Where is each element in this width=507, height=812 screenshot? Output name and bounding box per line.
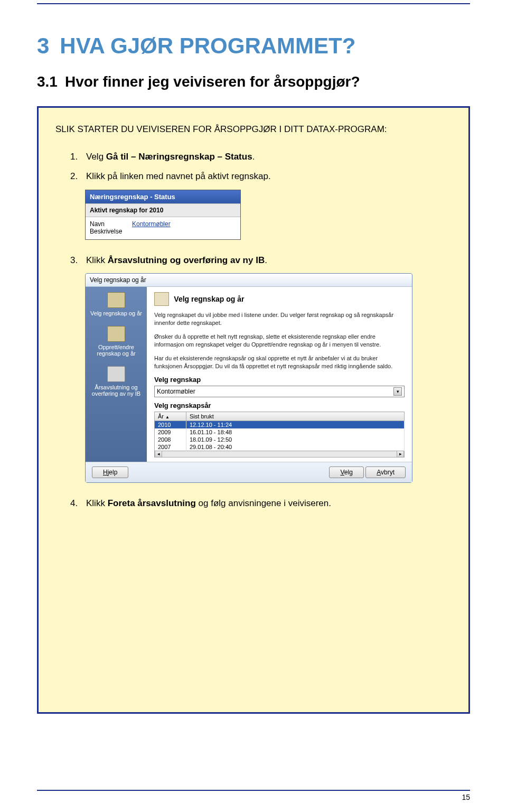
step-number: 4. (70, 497, 86, 510)
step-text: Klikk Foreta årsavslutning og følg anvis… (86, 497, 452, 510)
dialog-para-2: Ønsker du å opprette et helt nytt regnsk… (154, 333, 405, 349)
folder-open-icon (107, 292, 125, 308)
panel-subtitle: Aktivt regnskap for 2010 (86, 203, 240, 217)
screenshot-status-panel: Næringsregnskap - Status Aktivt regnskap… (85, 190, 241, 240)
chapter-text: HVA GJØR PROGRAMMET? (60, 33, 355, 58)
dropdown-regnskap[interactable]: Kontormøbler ▾ (154, 386, 405, 397)
page-footer: 15 (37, 790, 470, 801)
sidebar-item-velg[interactable]: Velg regnskap og år (89, 292, 144, 316)
table-row[interactable]: 200818.01.09 - 12:50 (155, 436, 405, 443)
step-text: Velg Gå til – Næringsregnskap – Status. (86, 150, 452, 164)
screenshot-dialog: Velg regnskap og år Velg regnskap og år … (85, 273, 412, 483)
velg-button[interactable]: Velg (329, 466, 363, 478)
step-text: Klikk på linken med navnet på aktivt reg… (86, 170, 452, 183)
help-button[interactable]: Hjelp (92, 466, 128, 478)
dialog-button-bar: Hjelp Velg Avbryt (86, 462, 412, 482)
document-icon (107, 366, 125, 382)
dialog-heading: Velg regnskap og år (174, 295, 244, 303)
dialog-main: Velg regnskap og år Velg regnskapet du v… (147, 287, 412, 462)
step-number: 2. (70, 170, 86, 183)
dialog-para-1: Velg regnskapet du vil jobbe med i liste… (154, 311, 405, 328)
header-rule (37, 3, 470, 4)
label-beskrivelse: Beskrivelse (90, 228, 132, 235)
step-text: Klikk Årsavslutning og overføring av ny … (86, 254, 452, 267)
instruction-intro: SLIK STARTER DU VEIVISEREN FOR ÅRSOPPGJØ… (55, 123, 452, 136)
section-title: 3.1Hvor finner jeg veiviseren for årsopp… (37, 73, 470, 90)
sidebar-item-opprett[interactable]: Opprett/endre regnskap og år (89, 326, 144, 357)
dialog-para-3: Har du et eksisterende regnskapsår og sk… (154, 354, 405, 371)
table-row[interactable]: 200729.01.08 - 20:40 (155, 443, 405, 451)
chevron-down-icon: ▾ (393, 387, 402, 396)
step-number: 3. (70, 254, 86, 267)
col-sist-brukt[interactable]: Sist brukt (186, 412, 405, 421)
section-text: Hvor finner jeg veiviseren for årsoppgjø… (65, 73, 360, 90)
table-row[interactable]: 200916.01.10 - 18:48 (155, 428, 405, 436)
step-number: 1. (70, 150, 86, 164)
wizard-icon (154, 292, 169, 306)
step-4: 4. Klikk Foreta årsavslutning og følg an… (55, 497, 452, 510)
step-2: 2. Klikk på linken med navnet på aktivt … (55, 170, 452, 183)
col-ar[interactable]: År ▲ (155, 412, 186, 421)
avbryt-button[interactable]: Avbryt (365, 466, 406, 478)
year-table[interactable]: År ▲ Sist brukt 201012.12.10 - 11:24 200… (154, 412, 405, 451)
link-regnskap-name[interactable]: Kontormøbler (132, 220, 171, 228)
chapter-title: 3HVA GJØR PROGRAMMET? (37, 33, 470, 59)
step-3: 3. Klikk Årsavslutning og overføring av … (55, 254, 452, 267)
section-number: 3.1 (37, 73, 58, 90)
dropdown-value: Kontormøbler (157, 388, 195, 395)
sidebar-item-arsavslutning[interactable]: Årsavslutning og overføring av ny IB (89, 366, 144, 397)
dialog-sidebar: Velg regnskap og år Opprett/endre regnsk… (86, 287, 147, 462)
footer-rule (37, 790, 470, 791)
dialog-titlebar: Velg regnskap og år (86, 274, 412, 287)
label-navn: Navn (90, 220, 132, 228)
scroll-left-icon[interactable]: ◂ (155, 451, 162, 457)
page-number: 15 (37, 793, 470, 801)
table-row[interactable]: 201012.12.10 - 11:24 (155, 421, 405, 429)
panel-title: Næringsregnskap - Status (86, 190, 240, 203)
label-velg-regnskapsar: Velg regnskapsår (154, 402, 405, 409)
step-1: 1. Velg Gå til – Næringsregnskap – Statu… (55, 150, 452, 164)
instruction-box: SLIK STARTER DU VEIVISEREN FOR ÅRSOPPGJØ… (37, 106, 470, 714)
horizontal-scrollbar[interactable]: ◂▸ (154, 451, 405, 458)
folder-edit-icon (107, 326, 125, 342)
chapter-number: 3 (37, 33, 49, 58)
label-velg-regnskap: Velg regnskap (154, 376, 405, 384)
scroll-right-icon[interactable]: ▸ (397, 451, 404, 457)
